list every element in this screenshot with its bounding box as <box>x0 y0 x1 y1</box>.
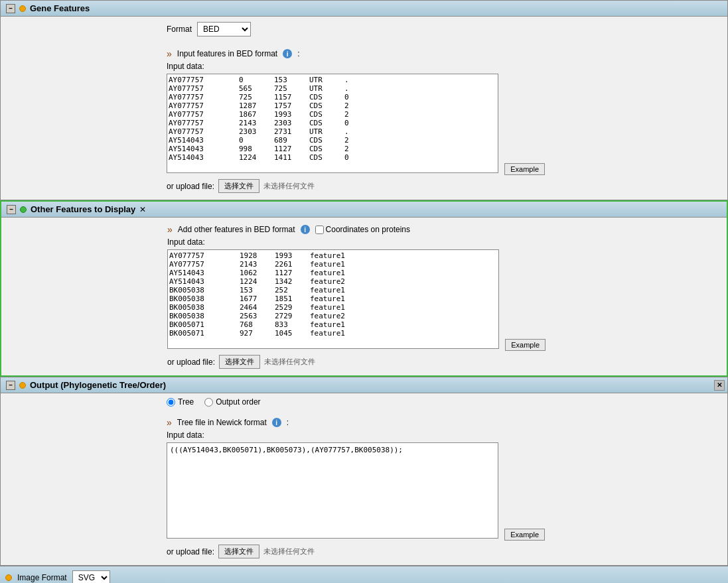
output-toggle[interactable]: – <box>6 381 15 390</box>
tree-radio-label: Tree <box>167 397 194 407</box>
gene-features-input-label: Input features in BED format <box>177 49 277 58</box>
other-features-header: – Other Features to Display ✕ <box>1 202 727 218</box>
other-features-title: Other Features to Display <box>31 204 135 214</box>
gene-features-section: – Gene Features Format BED GFF GenBank »… <box>0 0 728 200</box>
tree-radio[interactable] <box>167 398 175 407</box>
gene-features-dot <box>19 5 26 12</box>
output-input-header: » Tree file in Newick format i : <box>167 417 714 428</box>
gene-upload-row: or upload file: 选择文件 未选择任何文件 <box>167 179 714 193</box>
gene-input-data-label: Input data: <box>167 62 714 71</box>
other-features-input-header: » Add other features in BED format i Coo… <box>167 224 713 235</box>
gene-upload-label: or upload file: <box>167 182 214 191</box>
other-features-dot <box>20 206 27 213</box>
arrow-icon-other: » <box>167 224 173 235</box>
format-select[interactable]: BED GFF GenBank <box>197 22 251 36</box>
image-format-row: Image Format SVG PNG PDF <box>0 566 728 583</box>
output-dot <box>19 382 26 389</box>
other-features-content: » Add other features in BED format i Coo… <box>1 218 727 375</box>
colon-output: : <box>287 418 289 427</box>
gene-upload-button[interactable]: 选择文件 <box>218 179 259 193</box>
gene-features-content: » Input features in BED format i : Input… <box>1 42 727 200</box>
other-features-close[interactable]: ✕ <box>139 205 146 214</box>
format-label: Format <box>167 25 192 34</box>
arrow-icon-output: » <box>167 417 172 428</box>
gene-features-header: – Gene Features <box>1 1 727 17</box>
info-icon-output[interactable]: i <box>272 418 281 427</box>
tree-radio-text: Tree <box>178 397 194 407</box>
other-features-section: – Other Features to Display ✕ » Add othe… <box>0 200 728 377</box>
other-input-data-label: Input data: <box>167 237 713 247</box>
coordinates-label: Coordinates on proteins <box>326 225 410 234</box>
output-radio-group: Tree Output order <box>1 393 727 411</box>
output-close[interactable]: ✕ <box>714 380 725 391</box>
gene-features-toggle[interactable]: – <box>6 4 15 13</box>
output-input-label: Tree file in Newick format <box>177 418 267 427</box>
other-features-toggle[interactable]: – <box>7 205 16 214</box>
output-input-data-label: Input data: <box>167 430 714 440</box>
other-upload-row: or upload file: 选择文件 未选择任何文件 <box>167 355 713 369</box>
gene-features-input-header: » Input features in BED format i : <box>167 48 714 59</box>
other-upload-label: or upload file: <box>167 357 215 367</box>
image-format-dot <box>5 574 12 581</box>
info-icon-other[interactable]: i <box>301 225 310 234</box>
output-order-radio-text: Output order <box>216 397 260 407</box>
other-upload-nofile: 未选择任何文件 <box>264 357 315 367</box>
output-upload-row: or upload file: 选择文件 未选择任何文件 <box>167 545 714 558</box>
other-example-button[interactable]: Example <box>505 339 546 351</box>
output-order-radio-label: Output order <box>204 397 260 407</box>
output-content: » Tree file in Newick format i : Input d… <box>1 411 727 565</box>
output-title: Output (Phylogenetic Tree/Order) <box>30 380 166 390</box>
image-format-label: Image Format <box>17 573 67 582</box>
output-textarea-wrapper: (((AY514043,BK005071),BK005073),(AY07775… <box>167 442 498 541</box>
arrow-icon-gene: » <box>167 48 172 59</box>
output-textarea[interactable]: (((AY514043,BK005071),BK005073),(AY07775… <box>167 442 498 539</box>
output-header: – Output (Phylogenetic Tree/Order) ✕ <box>1 377 727 393</box>
gene-example-button[interactable]: Example <box>504 163 545 175</box>
other-features-input-label: Add other features in BED format <box>178 225 295 234</box>
coordinates-checkbox-label: Coordinates on proteins <box>315 225 410 234</box>
gene-features-textarea[interactable]: AY077757 0 153 UTR . AY077757 565 725 UT… <box>167 74 498 173</box>
format-row: Format BED GFF GenBank <box>1 17 727 42</box>
other-textarea-wrapper: AY077757 1928 1993 feature1 AY077757 214… <box>167 249 499 351</box>
output-upload-label: or upload file: <box>167 547 214 556</box>
other-upload-button[interactable]: 选择文件 <box>219 355 260 369</box>
other-features-textarea[interactable]: AY077757 1928 1993 feature1 AY077757 214… <box>167 249 499 349</box>
output-upload-nofile: 未选择任何文件 <box>263 547 315 556</box>
gene-upload-nofile: 未选择任何文件 <box>263 181 315 191</box>
info-icon-gene[interactable]: i <box>283 49 292 58</box>
output-upload-button[interactable]: 选择文件 <box>218 545 259 558</box>
output-section: – Output (Phylogenetic Tree/Order) ✕ Tre… <box>0 377 728 566</box>
output-order-radio[interactable] <box>204 398 213 407</box>
colon-gene: : <box>297 49 299 58</box>
output-example-button[interactable]: Example <box>504 529 545 541</box>
gene-features-title: Gene Features <box>30 3 90 13</box>
gene-textarea-wrapper: AY077757 0 153 UTR . AY077757 565 725 UT… <box>167 74 498 175</box>
image-format-select[interactable]: SVG PNG PDF <box>72 570 110 583</box>
coordinates-checkbox[interactable] <box>315 226 324 234</box>
